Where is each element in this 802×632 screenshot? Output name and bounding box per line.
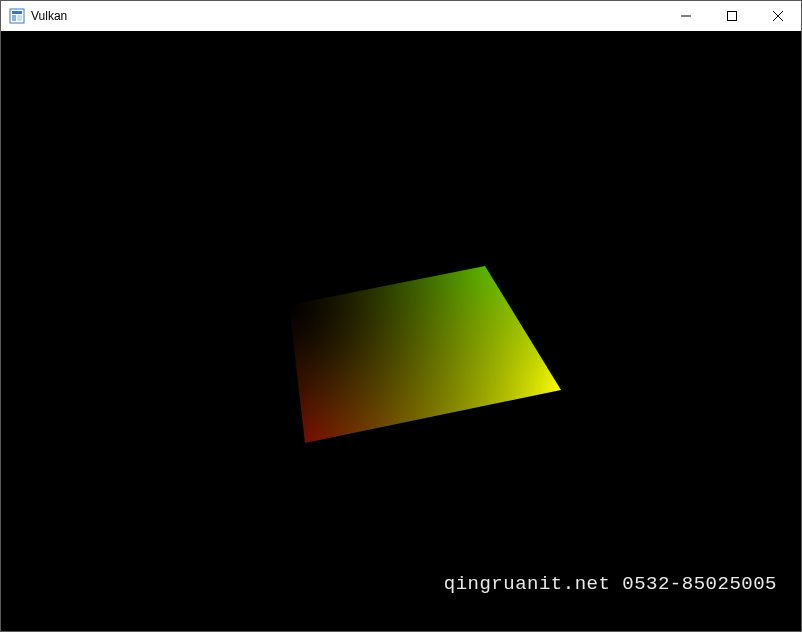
close-button[interactable]: [755, 1, 801, 31]
app-icon: [9, 8, 25, 24]
titlebar[interactable]: Vulkan: [1, 1, 801, 31]
render-viewport: qingruanit.net 0532-85025005: [1, 31, 801, 631]
svg-rect-5: [728, 12, 737, 21]
svg-rect-13: [1, 31, 801, 631]
window-controls: [663, 1, 801, 31]
svg-rect-3: [17, 15, 22, 21]
application-window: Vulkan: [0, 0, 802, 632]
svg-rect-1: [12, 11, 22, 14]
svg-rect-2: [12, 15, 16, 21]
window-title: Vulkan: [31, 9, 663, 23]
watermark-text: qingruanit.net 0532-85025005: [444, 573, 777, 595]
rendered-quad: [1, 31, 801, 631]
minimize-button[interactable]: [663, 1, 709, 31]
maximize-button[interactable]: [709, 1, 755, 31]
